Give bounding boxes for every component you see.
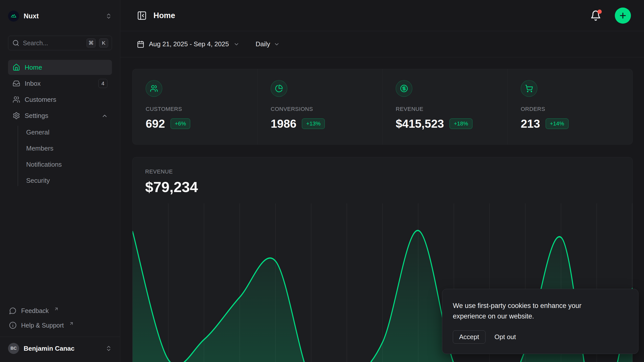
settings-subnav: General Members Notifications Security <box>8 124 112 189</box>
chevrons-up-down-icon <box>105 345 112 352</box>
date-range-picker[interactable]: Aug 21, 2025 - Sep 4, 2025 <box>137 40 239 48</box>
user-name: Benjamin Canac <box>24 345 101 352</box>
sidebar-collapse-icon[interactable] <box>137 11 147 21</box>
sidebar-item-inbox[interactable]: Inbox 4 <box>8 76 112 91</box>
stat-customers[interactable]: CUSTOMERS 692 +6% <box>133 69 257 144</box>
stat-delta-badge: +13% <box>302 118 325 129</box>
sidebar-item-security[interactable]: Security <box>19 172 112 189</box>
user-menu[interactable]: BC Benjamin Canac <box>8 340 112 356</box>
users-icon <box>146 80 162 97</box>
kbd-cmd: ⌘ <box>87 38 96 48</box>
workspace-switcher[interactable]: Nuxt <box>8 9 112 23</box>
sidebar-item-label: Inbox <box>25 80 94 87</box>
stat-delta-badge: +6% <box>171 118 190 129</box>
sidebar-item-label: Home <box>25 64 107 71</box>
stat-label: ORDERS <box>521 106 632 112</box>
revenue-value: $79,234 <box>145 178 632 195</box>
cookie-message: We use first-party cookies to enhance yo… <box>453 301 614 322</box>
sidebar-item-label: Customers <box>25 96 107 104</box>
sidebar-item-feedback[interactable]: Feedback <box>8 303 112 318</box>
sidebar-item-members[interactable]: Members <box>19 140 112 156</box>
shopping-cart-icon <box>521 80 537 97</box>
stat-conversions[interactable]: CONVERSIONS 1986 +13% <box>257 69 382 144</box>
external-link-icon <box>69 321 74 326</box>
chevrons-up-down-icon <box>105 13 112 19</box>
sidebar-item-customers[interactable]: Customers <box>8 92 112 107</box>
subnav-guide-line <box>18 126 18 186</box>
sidebar-item-notifications[interactable]: Notifications <box>19 156 112 172</box>
sidebar-item-settings[interactable]: Settings <box>8 108 112 123</box>
stat-value: $415,523 <box>396 117 444 130</box>
plus-icon <box>619 11 627 20</box>
search-icon <box>12 39 19 47</box>
accept-button[interactable]: Accept <box>453 330 486 344</box>
stat-label: REVENUE <box>396 106 507 112</box>
nuxt-logo-icon <box>8 11 19 22</box>
calendar-icon <box>137 40 144 48</box>
date-range-label: Aug 21, 2025 - Sep 4, 2025 <box>149 40 229 48</box>
notifications-button[interactable] <box>590 10 601 21</box>
avatar: BC <box>8 343 19 354</box>
sidebar-item-general[interactable]: General <box>19 124 112 140</box>
app-root: Nuxt Search... ⌘ K Home <box>0 0 644 362</box>
stat-revenue[interactable]: REVENUE $415,523 +18% <box>382 69 507 144</box>
notification-dot <box>597 10 602 14</box>
sidebar-nav: Home Inbox 4 Customers Settings <box>8 60 112 189</box>
message-bubble-icon <box>9 307 17 314</box>
stat-delta-badge: +18% <box>450 118 472 129</box>
stat-value: 213 <box>521 117 540 130</box>
sidebar-divider <box>0 337 120 337</box>
pie-chart-icon <box>271 80 287 97</box>
top-bar: Home <box>120 0 644 31</box>
stat-delta-badge: +14% <box>546 118 569 129</box>
users-icon <box>13 96 20 103</box>
sidebar: Nuxt Search... ⌘ K Home <box>0 0 120 362</box>
info-circle-icon <box>9 322 17 329</box>
circle-dollar-icon <box>396 80 412 97</box>
granularity-select[interactable]: Daily <box>256 40 280 48</box>
brand-name: Nuxt <box>24 12 101 20</box>
external-link-icon <box>54 306 59 311</box>
chevron-down-icon <box>274 41 280 47</box>
gear-icon <box>13 112 20 119</box>
inbox-count-badge: 4 <box>98 79 107 88</box>
home-icon <box>13 64 20 71</box>
main-area: Home Aug 21, 2025 - Sep 4, 2025 Daily <box>120 0 644 362</box>
sidebar-item-label: Help & Support <box>21 322 64 329</box>
page-title: Home <box>153 11 584 20</box>
stats-card: CUSTOMERS 692 +6% CONVERSIONS 1986 +13% <box>132 69 633 145</box>
kbd-k: K <box>99 38 108 48</box>
filter-toolbar: Aug 21, 2025 - Sep 4, 2025 Daily <box>120 31 644 57</box>
chevron-up-icon[interactable] <box>101 113 107 119</box>
opt-out-button[interactable]: Opt out <box>495 333 516 341</box>
stat-orders[interactable]: ORDERS 213 +14% <box>507 69 632 144</box>
add-button[interactable] <box>615 8 631 24</box>
sidebar-item-label: Settings <box>25 112 97 120</box>
search-input[interactable]: Search... ⌘ K <box>8 36 112 50</box>
chevron-down-icon <box>233 41 239 47</box>
sidebar-item-home[interactable]: Home <box>8 60 112 75</box>
sidebar-item-label: Feedback <box>21 307 49 314</box>
sidebar-spacer <box>8 189 112 303</box>
inbox-icon <box>13 80 20 87</box>
granularity-label: Daily <box>256 40 270 48</box>
sidebar-item-help-support[interactable]: Help & Support <box>8 318 112 333</box>
revenue-label: REVENUE <box>145 168 632 175</box>
stat-value: 692 <box>146 117 165 130</box>
cookie-banner: We use first-party cookies to enhance yo… <box>442 289 638 354</box>
stat-label: CUSTOMERS <box>146 106 257 112</box>
stat-value: 1986 <box>271 117 296 130</box>
search-placeholder: Search... <box>23 39 83 47</box>
stat-label: CONVERSIONS <box>271 106 382 112</box>
